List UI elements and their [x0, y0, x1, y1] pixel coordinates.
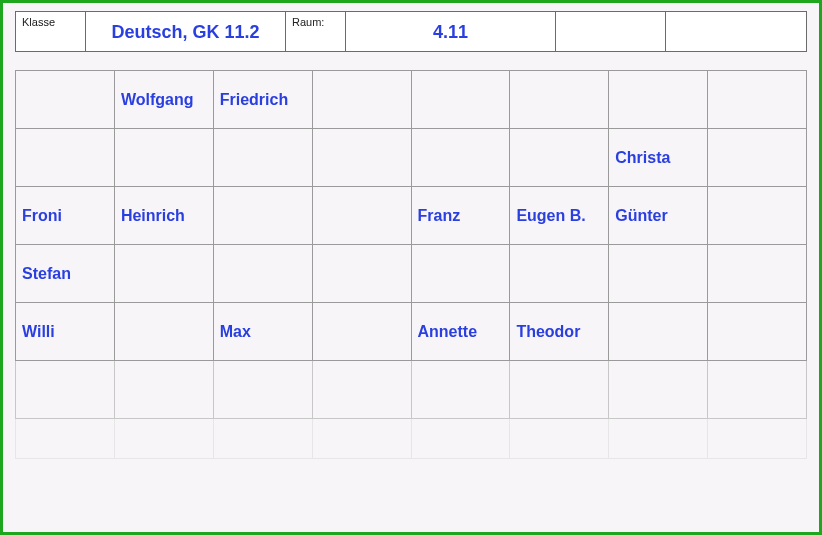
seat-cell[interactable] [411, 245, 510, 303]
seat-cell[interactable] [708, 187, 807, 245]
seat-cell[interactable] [312, 303, 411, 361]
seat-cell[interactable]: Günter [609, 187, 708, 245]
seating-row: Christa [16, 129, 807, 187]
seat-cell[interactable] [312, 361, 411, 419]
seat-cell[interactable] [16, 71, 115, 129]
seat-cell[interactable] [411, 129, 510, 187]
header-bar: Klasse Deutsch, GK 11.2 Raum: 4.11 [15, 11, 807, 52]
seat-cell[interactable]: Franz [411, 187, 510, 245]
seat-cell[interactable]: Christa [609, 129, 708, 187]
header-spare-1 [556, 12, 666, 51]
seat-cell[interactable] [312, 245, 411, 303]
seat-cell[interactable] [213, 187, 312, 245]
seating-row [16, 361, 807, 419]
seating-grid-wrap: WolfgangFriedrichChristaFroniHeinrichFra… [15, 70, 807, 459]
seat-cell[interactable]: Stefan [16, 245, 115, 303]
course-cell: Deutsch, GK 11.2 [86, 12, 286, 51]
seat-cell[interactable] [510, 129, 609, 187]
seating-row: WolfgangFriedrich [16, 71, 807, 129]
seating-plan-frame: Klasse Deutsch, GK 11.2 Raum: 4.11 Wolfg… [0, 0, 822, 535]
seat-cell[interactable]: Max [213, 303, 312, 361]
seat-cell[interactable] [312, 187, 411, 245]
course-value: Deutsch, GK 11.2 [109, 16, 261, 47]
seat-cell[interactable] [213, 419, 312, 459]
seat-cell[interactable] [213, 361, 312, 419]
seat-cell[interactable] [114, 245, 213, 303]
raum-label-cell: Raum: [286, 12, 346, 51]
seat-cell[interactable] [609, 361, 708, 419]
seat-cell[interactable] [16, 129, 115, 187]
seat-cell[interactable] [708, 71, 807, 129]
seat-cell[interactable] [114, 129, 213, 187]
seat-cell[interactable] [609, 419, 708, 459]
seat-cell[interactable] [16, 419, 115, 459]
seat-cell[interactable]: Willi [16, 303, 115, 361]
seat-cell[interactable]: Heinrich [114, 187, 213, 245]
seat-cell[interactable] [114, 361, 213, 419]
seat-cell[interactable] [708, 361, 807, 419]
seating-row: WilliMaxAnnetteTheodor [16, 303, 807, 361]
seat-cell[interactable] [114, 419, 213, 459]
seat-cell[interactable] [609, 245, 708, 303]
seat-cell[interactable] [609, 71, 708, 129]
seat-cell[interactable] [312, 129, 411, 187]
seat-cell[interactable] [510, 245, 609, 303]
seat-cell[interactable]: Wolfgang [114, 71, 213, 129]
seating-body: WolfgangFriedrichChristaFroniHeinrichFra… [16, 71, 807, 459]
header-spare-2 [666, 12, 806, 51]
seat-cell[interactable]: Eugen B. [510, 187, 609, 245]
seat-cell[interactable] [312, 71, 411, 129]
seat-cell[interactable] [708, 245, 807, 303]
raum-label: Raum: [292, 16, 339, 28]
klasse-label-cell: Klasse [16, 12, 86, 51]
seat-cell[interactable] [16, 361, 115, 419]
seat-cell[interactable] [411, 71, 510, 129]
seat-cell[interactable] [213, 245, 312, 303]
seat-cell[interactable] [213, 129, 312, 187]
seat-cell[interactable] [411, 419, 510, 459]
seat-cell[interactable] [510, 419, 609, 459]
seat-cell[interactable] [708, 129, 807, 187]
seat-cell[interactable]: Annette [411, 303, 510, 361]
seat-cell[interactable]: Theodor [510, 303, 609, 361]
seat-cell[interactable] [411, 361, 510, 419]
seat-cell[interactable] [510, 361, 609, 419]
seat-cell[interactable]: Friedrich [213, 71, 312, 129]
seating-row: Stefan [16, 245, 807, 303]
klasse-label: Klasse [22, 16, 79, 28]
room-value: 4.11 [431, 16, 470, 47]
seat-cell[interactable] [708, 419, 807, 459]
seating-grid: WolfgangFriedrichChristaFroniHeinrichFra… [15, 70, 807, 459]
seat-cell[interactable] [312, 419, 411, 459]
seating-row [16, 419, 807, 459]
seat-cell[interactable] [708, 303, 807, 361]
seat-cell[interactable] [609, 303, 708, 361]
seat-cell[interactable]: Froni [16, 187, 115, 245]
seat-cell[interactable] [114, 303, 213, 361]
room-cell: 4.11 [346, 12, 556, 51]
seating-row: FroniHeinrichFranzEugen B.Günter [16, 187, 807, 245]
seat-cell[interactable] [510, 71, 609, 129]
